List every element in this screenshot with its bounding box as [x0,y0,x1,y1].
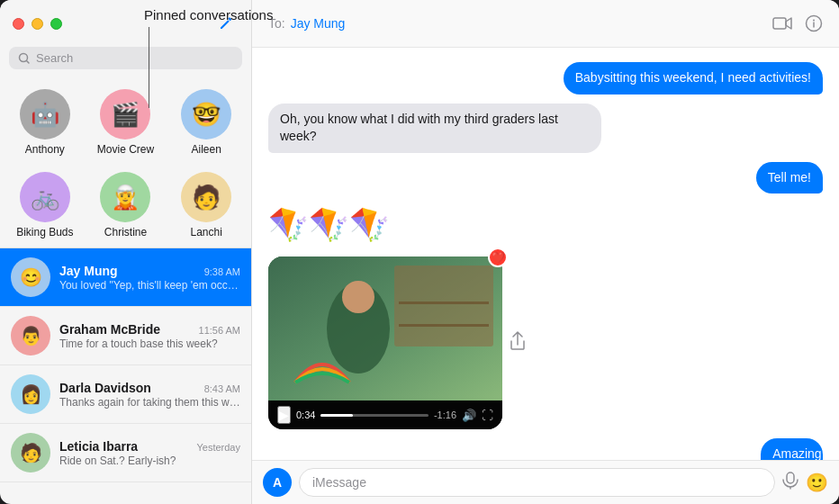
video-icons: 🔊 ⛶ [462,409,493,422]
msg-row-tellme: Tell me! [268,162,823,194]
bubble-babysitting: Babysitting this weekend, I need activit… [564,62,823,94]
conv-name-leticiaibarra: Leticia Ibarra [59,439,138,454]
share-button[interactable] [510,331,526,356]
video-controls: ▶ 0:34 -1:16 🔊 ⛶ [268,400,502,429]
conv-preview-leticiaibarra: Ride on Sat.? Early-ish? [59,454,240,467]
bubble-tellme: Tell me! [756,162,823,194]
conv-preview-darladavidson: Thanks again for taking them this weeken… [59,396,240,409]
pinned-item-bikingbuds[interactable]: 🚲 Biking Buds [7,166,83,244]
pinned-item-christine[interactable]: 🧝 Christine [88,166,164,244]
input-area: A 🙂 [252,460,839,504]
app-store-button[interactable]: A [263,468,292,497]
svg-rect-7 [399,302,489,304]
minimize-button[interactable] [32,18,43,30]
conv-name-jaymung: Jay Mung [59,264,118,278]
pinned-item-aileen[interactable]: 🤓 Aileen [168,84,244,161]
chat-header-actions [772,14,823,32]
msg-row-babysitting: Babysitting this weekend, I need activit… [268,62,823,94]
conv-name-darladavidson: Darla Davidson [59,381,151,395]
video-container-wrap: ▶ 0:34 -1:16 🔊 ⛶ [268,256,502,429]
pinned-avatar-moviecrew: 🎬 [100,89,150,140]
message-input[interactable] [312,475,762,490]
pinned-name-moviecrew: Movie Crew [97,143,154,156]
pinned-avatar-bikingbuds: 🚲 [20,172,70,222]
conv-avatar-darladavidson: 👩 [11,374,50,414]
video-progress-bar[interactable] [320,414,429,417]
video-time-remaining: -1:16 [434,410,456,420]
compose-button[interactable] [213,11,239,36]
conv-content-darladavidson: Darla Davidson 8:43 AM Thanks again for … [59,381,240,409]
input-right-icons: 🙂 [782,472,828,494]
conv-time-grahammcbride: 11:56 AM [199,325,240,336]
chat-to: To: Jay Mung [268,16,345,31]
pinned-item-moviecrew[interactable]: 🎬 Movie Crew [88,84,164,161]
traffic-lights [13,18,62,30]
chat-to-name[interactable]: Jay Mung [291,16,346,31]
kite-emojis: 🪁🪁🪁 [268,202,390,248]
conv-content-leticiaibarra: Leticia Ibarra Yesterday Ride on Sat.? E… [59,439,240,467]
conv-time-jaymung: 9:38 AM [204,266,240,277]
amazingidea-wrap: Amazing idea! Delivered [719,438,823,460]
video-message-wrap: ▶ 0:34 -1:16 🔊 ⛶ [268,256,526,429]
messages-area: Babysitting this weekend, I need activit… [252,48,839,460]
pinned-grid: 🤖 Anthony 🎬 Movie Crew 🤓 Aileen 🚲 Biking… [0,84,251,244]
pinned-name-lanchi: Lanchi [190,226,221,238]
search-icon [18,52,31,65]
svg-rect-8 [399,324,489,327]
conv-avatar-grahammcbride: 👨 [11,316,50,356]
conv-avatar-leticiaibarra: 🧑 [11,433,50,472]
msg-row-video: ▶ 0:34 -1:16 🔊 ⛶ [268,256,823,429]
video-play-button[interactable]: ▶ [277,406,291,424]
message-input-wrap[interactable] [299,468,775,497]
pinned-avatar-christine: 🧝 [100,172,150,222]
fullscreen-button[interactable] [50,18,62,30]
video-thumbnail [268,256,502,400]
sidebar-titlebar [0,0,251,43]
pinned-name-anthony: Anthony [25,143,65,156]
fullscreen-icon[interactable]: ⛶ [482,409,493,422]
video-progress-fill [320,414,353,417]
main-chat: To: Jay Mung [252,0,839,504]
conv-preview-jaymung: You loved "Yep, this'll keep 'em occupie… [59,279,240,292]
volume-icon[interactable]: 🔊 [462,409,476,422]
video-side-actions [502,256,526,429]
sidebar: 🤖 Anthony 🎬 Movie Crew 🤓 Aileen 🚲 Biking… [0,0,252,504]
video-container: ▶ 0:34 -1:16 🔊 ⛶ [268,256,502,429]
chat-header: To: Jay Mung [252,0,839,48]
svg-rect-11 [787,472,794,483]
search-input[interactable] [36,51,233,65]
conv-item-grahammcbride[interactable]: 👨 Graham McBride 11:56 AM Time for a tou… [0,307,251,365]
svg-point-10 [342,281,374,313]
chat-to-label: To: [268,16,285,31]
conv-item-leticiaibarra[interactable]: 🧑 Leticia Ibarra Yesterday Ride on Sat.?… [0,424,251,482]
pinned-item-anthony[interactable]: 🤖 Anthony [7,84,83,161]
audio-input-icon[interactable] [782,472,798,494]
conv-time-darladavidson: 8:43 AM [204,383,240,394]
info-button[interactable] [805,14,823,32]
svg-point-3 [813,20,815,22]
conv-content-grahammcbride: Graham McBride 11:56 AM Time for a touch… [59,322,240,350]
svg-rect-6 [394,266,493,346]
msg-row-amazingidea: Amazing idea! Delivered [268,438,823,460]
msg-row-kites: 🪁🪁🪁 [268,202,823,248]
emoji-icon[interactable]: 🙂 [806,472,828,493]
conversation-list: 😊 Jay Mung 9:38 AM You loved "Yep, this'… [0,248,251,504]
pinned-name-bikingbuds: Biking Buds [16,226,73,238]
pinned-avatar-lanchi: 🧑 [181,172,231,222]
search-bar [0,43,251,76]
search-input-wrap[interactable] [9,47,242,69]
conv-header-jaymung: Jay Mung 9:38 AM [59,264,240,278]
pinned-name-christine: Christine [104,226,147,238]
conv-avatar-jaymung: 😊 [11,257,50,297]
video-call-button[interactable] [772,16,792,31]
pinned-avatar-aileen: 🤓 [181,89,231,140]
conv-item-darladavidson[interactable]: 👩 Darla Davidson 8:43 AM Thanks again fo… [0,365,251,424]
conv-content-jaymung: Jay Mung 9:38 AM You loved "Yep, this'll… [59,264,240,292]
appstore-icon: A [273,475,282,490]
video-time-played: 0:34 [296,410,315,420]
conv-item-jaymung[interactable]: 😊 Jay Mung 9:38 AM You loved "Yep, this'… [0,248,251,307]
conv-name-grahammcbride: Graham McBride [59,322,160,337]
bubble-amazingidea: Amazing idea! [761,438,823,460]
pinned-item-lanchi[interactable]: 🧑 Lanchi [168,166,244,244]
close-button[interactable] [13,18,24,30]
